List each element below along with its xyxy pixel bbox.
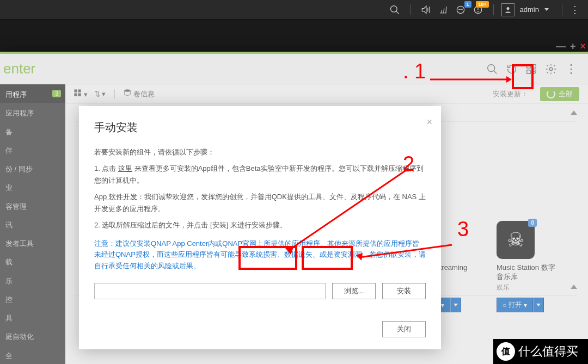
svg-marker-22 [506,76,512,83]
window-minimize-button[interactable]: — [556,41,566,52]
svg-point-5 [477,11,478,11]
dialog-title: 手动安装 [94,118,426,137]
cloud-status-icon[interactable]: 1 [453,2,468,17]
svg-line-23 [289,169,408,250]
user-menu-caret-icon[interactable] [544,8,549,11]
username-label[interactable]: admin [520,5,539,14]
search-icon[interactable] [387,2,402,17]
browse-label: 浏览... [344,285,364,297]
more-menu-icon[interactable]: ⋮ [570,4,579,16]
file-path-input[interactable] [94,283,326,299]
svg-point-0 [390,5,397,12]
annotation-1-arrow [430,74,512,85]
svg-marker-26 [356,253,363,261]
install-label: 安装 [397,285,411,297]
window-controls: — + × [556,41,586,52]
close-label: 关闭 [397,323,411,335]
dev-link[interactable]: App 软件开发 [94,193,137,201]
watermark: 值 什么值得买 [493,339,588,364]
svg-line-25 [359,245,452,257]
browse-button[interactable]: 浏览... [332,283,376,299]
svg-point-2 [457,6,464,13]
user-avatar-icon[interactable] [501,3,514,16]
volume-icon[interactable] [418,2,433,17]
svg-line-1 [396,11,399,14]
notification-badge: 10+ [476,1,488,8]
annotation-1-box [512,64,534,89]
annotation-3-arrow [354,242,457,264]
watermark-text: 什么值得买 [518,343,578,360]
window-close-button[interactable]: × [580,41,586,52]
system-topbar: 1 10+ admin ⋮ [0,0,588,20]
watermark-badge: 值 [497,342,515,361]
here-link[interactable]: 这里 [118,164,132,172]
text: 1. 点击 [94,164,118,172]
install-button[interactable]: 安装 [382,283,426,299]
annotation-install-box [302,246,353,270]
notification-icon[interactable]: 10+ [470,2,486,17]
dialog-close-icon[interactable]: × [426,114,432,131]
dialog-intro: 若要安装新的组件，请依循以下步骤： [94,146,426,158]
dashboard-icon[interactable] [436,2,451,17]
window-maximize-button[interactable]: + [570,41,576,52]
annotation-browse-box [238,246,297,270]
svg-point-6 [506,7,509,10]
close-button[interactable]: 关闭 [382,321,426,337]
